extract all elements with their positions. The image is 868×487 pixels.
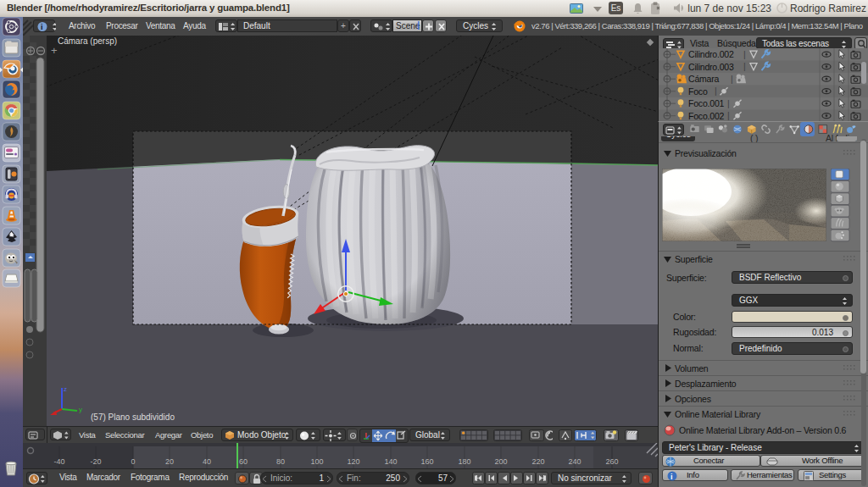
svg-text:180: 180 xyxy=(458,457,470,466)
svg-text:220: 220 xyxy=(531,457,544,466)
svg-text:(57) Plano subdividido: (57) Plano subdividido xyxy=(91,412,175,422)
svg-text:y: y xyxy=(79,406,82,413)
svg-text:240: 240 xyxy=(568,457,581,466)
svg-text:-20: -20 xyxy=(90,457,101,466)
svg-text:160: 160 xyxy=(420,457,433,466)
svg-text:-40: -40 xyxy=(53,457,64,466)
svg-text:40: 40 xyxy=(203,457,211,466)
svg-text:140: 140 xyxy=(384,457,397,466)
svg-text:20: 20 xyxy=(165,457,174,466)
svg-text:i: i xyxy=(670,473,672,481)
svg-text:+: + xyxy=(51,44,58,57)
svg-text:100: 100 xyxy=(310,457,323,466)
svg-text:200: 200 xyxy=(494,457,507,466)
svg-text:0: 0 xyxy=(131,457,135,466)
svg-text:120: 120 xyxy=(347,457,359,466)
svg-text:i: i xyxy=(41,23,43,31)
svg-text:80: 80 xyxy=(276,457,285,466)
svg-text:60: 60 xyxy=(239,457,248,466)
svg-text:z: z xyxy=(64,385,67,393)
svg-text:Cámara (persp): Cámara (persp) xyxy=(58,36,117,46)
svg-text:260: 260 xyxy=(605,457,618,466)
